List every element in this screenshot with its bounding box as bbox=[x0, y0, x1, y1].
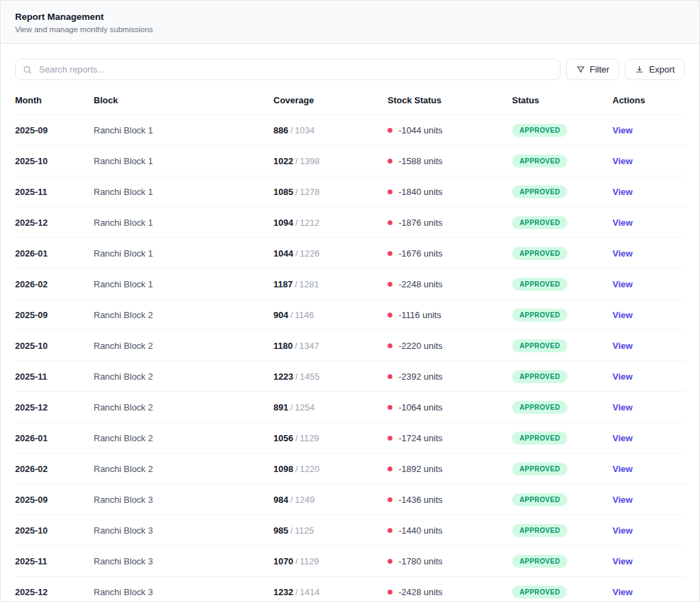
actions-cell: View bbox=[612, 300, 686, 330]
view-link[interactable]: View bbox=[612, 187, 632, 197]
status-cell: APPROVED bbox=[512, 176, 612, 207]
month-cell: 2025-09 bbox=[15, 300, 94, 330]
coverage-separator: / bbox=[295, 556, 298, 566]
page-subtitle: View and manage monthly submissions bbox=[15, 25, 685, 34]
block-cell: Ranchi Block 1 bbox=[94, 207, 273, 238]
coverage-cell: 1044/1226 bbox=[273, 238, 388, 269]
stock-status-text: -1044 units bbox=[399, 125, 442, 135]
view-link[interactable]: View bbox=[612, 556, 632, 566]
view-link[interactable]: View bbox=[612, 218, 632, 228]
month-cell: 2025-09 bbox=[15, 484, 94, 515]
coverage-separator: / bbox=[295, 279, 297, 289]
column-header-status: Status bbox=[512, 90, 612, 115]
stock-status-dot bbox=[388, 528, 392, 533]
coverage-separator: / bbox=[295, 187, 298, 197]
block-cell: Ranchi Block 3 bbox=[94, 546, 273, 577]
stock-status-cell: -1892 units bbox=[388, 454, 512, 484]
view-link[interactable]: View bbox=[612, 495, 632, 505]
coverage-total: 1129 bbox=[300, 556, 319, 566]
view-link[interactable]: View bbox=[612, 464, 632, 474]
coverage-total: 1278 bbox=[300, 187, 320, 197]
page-header: Report Management View and manage monthl… bbox=[1, 1, 699, 44]
stock-status-dot bbox=[388, 497, 392, 502]
view-link[interactable]: View bbox=[612, 310, 632, 320]
coverage-total: 1212 bbox=[300, 218, 320, 228]
coverage-cell: 1232/1414 bbox=[273, 577, 388, 602]
view-link[interactable]: View bbox=[612, 341, 632, 351]
stock-status-cell: -1840 units bbox=[388, 176, 512, 207]
coverage-separator: / bbox=[295, 371, 298, 382]
month-cell: 2025-12 bbox=[15, 577, 94, 602]
table-row: 2026-01 Ranchi Block 1 1044/1226 -1676 u… bbox=[15, 238, 686, 269]
month-cell: 2025-12 bbox=[15, 207, 94, 238]
table-row: 2025-10 Ranchi Block 3 985/1125 -1440 un… bbox=[15, 515, 686, 546]
month-cell: 2025-11 bbox=[15, 361, 94, 392]
coverage-cell: 886/1034 bbox=[273, 115, 388, 146]
view-link[interactable]: View bbox=[612, 433, 632, 443]
actions-cell: View bbox=[612, 269, 686, 300]
coverage-total: 1455 bbox=[300, 371, 320, 382]
stock-status-text: -1724 units bbox=[399, 433, 442, 443]
stock-status-text: -1840 units bbox=[399, 187, 442, 197]
stock-status-cell: -1676 units bbox=[388, 238, 512, 269]
coverage-cell: 984/1249 bbox=[273, 484, 388, 515]
column-header-coverage: Coverage bbox=[273, 90, 388, 115]
coverage-cell: 1094/1212 bbox=[273, 207, 388, 238]
view-link[interactable]: View bbox=[612, 248, 632, 259]
stock-status-cell: -1724 units bbox=[388, 423, 512, 454]
coverage-value: 1232 bbox=[273, 587, 293, 597]
block-cell: Ranchi Block 1 bbox=[94, 176, 273, 207]
column-header-actions: Actions bbox=[612, 90, 686, 115]
filter-button[interactable]: Filter bbox=[566, 59, 620, 80]
coverage-value: 1223 bbox=[273, 371, 293, 382]
coverage-separator: / bbox=[291, 125, 293, 135]
view-link[interactable]: View bbox=[612, 279, 632, 289]
toolbar: Filter Export bbox=[1, 44, 699, 80]
export-button[interactable]: Export bbox=[625, 59, 685, 80]
coverage-cell: 1180/1347 bbox=[273, 330, 388, 361]
block-cell: Ranchi Block 2 bbox=[94, 300, 273, 330]
stock-status-text: -2428 units bbox=[399, 587, 442, 597]
block-cell: Ranchi Block 1 bbox=[94, 238, 273, 269]
table-row: 2026-02 Ranchi Block 2 1098/1220 -1892 u… bbox=[15, 454, 686, 484]
month-cell: 2025-11 bbox=[15, 546, 94, 577]
table-row: 2025-12 Ranchi Block 2 891/1254 -1064 un… bbox=[15, 392, 686, 423]
table-row: 2026-02 Ranchi Block 1 1187/1281 -2248 u… bbox=[15, 269, 686, 300]
view-link[interactable]: View bbox=[612, 371, 632, 382]
view-link[interactable]: View bbox=[612, 525, 632, 536]
view-link[interactable]: View bbox=[612, 587, 632, 597]
coverage-total: 1226 bbox=[300, 248, 320, 259]
actions-cell: View bbox=[612, 484, 686, 515]
search-input[interactable] bbox=[15, 59, 561, 80]
status-badge: APPROVED bbox=[512, 216, 567, 229]
actions-cell: View bbox=[612, 577, 686, 602]
coverage-total: 1129 bbox=[300, 433, 319, 443]
coverage-cell: 1056/1129 bbox=[273, 423, 388, 454]
stock-status-dot bbox=[388, 405, 392, 410]
coverage-separator: / bbox=[295, 464, 298, 474]
table-header-row: Month Block Coverage Stock Status Status… bbox=[15, 90, 686, 115]
coverage-cell: 1187/1281 bbox=[273, 269, 388, 300]
stock-status-dot bbox=[388, 343, 392, 348]
view-link[interactable]: View bbox=[612, 402, 632, 413]
stock-status-text: -2392 units bbox=[399, 371, 442, 382]
stock-status-dot bbox=[388, 128, 392, 133]
month-cell: 2025-09 bbox=[15, 115, 94, 146]
download-icon bbox=[635, 65, 644, 74]
view-link[interactable]: View bbox=[612, 156, 632, 166]
coverage-separator: / bbox=[295, 433, 298, 443]
coverage-cell: 1022/1398 bbox=[273, 146, 388, 176]
coverage-separator: / bbox=[295, 156, 298, 166]
actions-cell: View bbox=[612, 176, 686, 207]
view-link[interactable]: View bbox=[612, 125, 632, 135]
stock-status-text: -1064 units bbox=[399, 402, 442, 413]
coverage-total: 1254 bbox=[295, 402, 314, 413]
coverage-value: 985 bbox=[273, 525, 288, 536]
stock-status-cell: -1116 units bbox=[388, 300, 512, 330]
stock-status-cell: -1064 units bbox=[388, 392, 512, 423]
coverage-cell: 904/1146 bbox=[273, 300, 388, 330]
stock-status-text: -1440 units bbox=[399, 525, 442, 536]
block-cell: Ranchi Block 3 bbox=[94, 515, 273, 546]
status-cell: APPROVED bbox=[512, 392, 612, 423]
status-cell: APPROVED bbox=[512, 423, 612, 454]
